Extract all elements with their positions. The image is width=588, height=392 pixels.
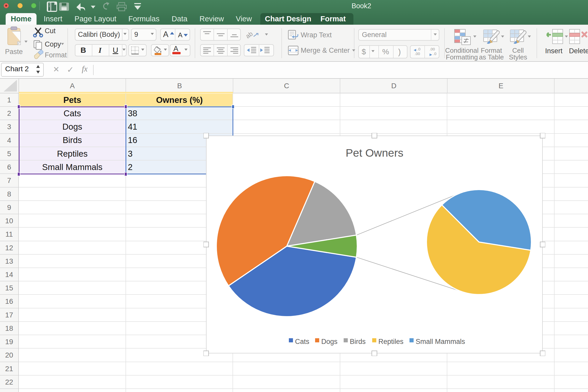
svg-text:.0: .0 <box>433 51 436 56</box>
svg-text:Small Mammals: Small Mammals <box>416 338 465 345</box>
svg-text:Pet Owners: Pet Owners <box>346 147 404 159</box>
svg-text:.0: .0 <box>417 47 421 51</box>
svg-text:.00: .00 <box>415 51 420 56</box>
svg-text:ab: ab <box>246 30 254 40</box>
svg-text:Cats: Cats <box>295 338 309 345</box>
svg-text:.00: .00 <box>430 47 435 51</box>
svg-text:Reptiles: Reptiles <box>378 338 404 345</box>
svg-text:Dogs: Dogs <box>321 338 337 345</box>
svg-text:Birds: Birds <box>350 338 366 345</box>
